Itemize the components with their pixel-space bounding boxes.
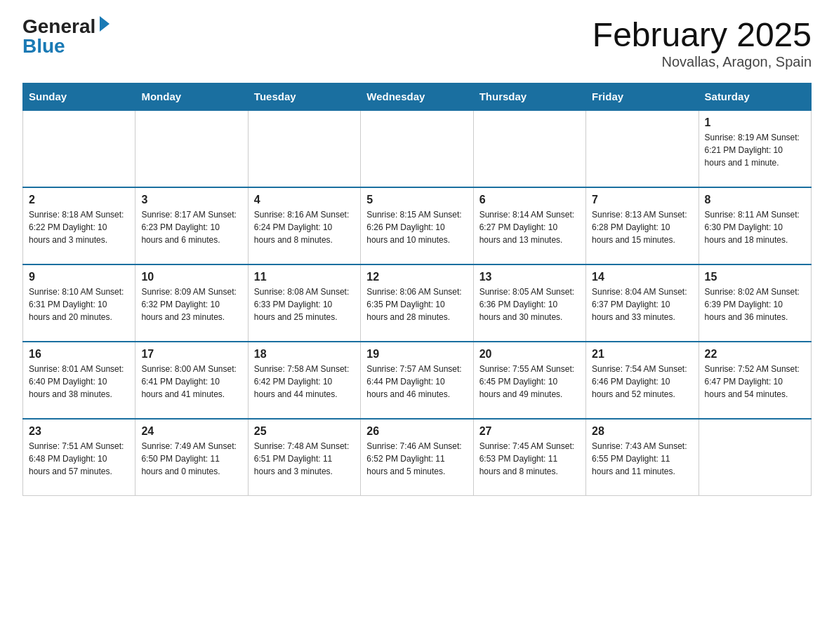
calendar-week-row: 16Sunrise: 8:01 AM Sunset: 6:40 PM Dayli… <box>23 342 812 419</box>
table-row: 27Sunrise: 7:45 AM Sunset: 6:53 PM Dayli… <box>473 419 585 496</box>
day-info: Sunrise: 7:43 AM Sunset: 6:55 PM Dayligh… <box>592 440 692 478</box>
header-tuesday: Tuesday <box>248 83 360 110</box>
day-number: 28 <box>592 425 692 438</box>
table-row: 18Sunrise: 7:58 AM Sunset: 6:42 PM Dayli… <box>248 342 360 419</box>
day-info: Sunrise: 7:49 AM Sunset: 6:50 PM Dayligh… <box>141 440 241 478</box>
day-number: 13 <box>479 271 580 283</box>
day-info: Sunrise: 8:09 AM Sunset: 6:32 PM Dayligh… <box>141 286 241 323</box>
table-row: 14Sunrise: 8:04 AM Sunset: 6:37 PM Dayli… <box>586 264 699 342</box>
calendar-week-row: 1Sunrise: 8:19 AM Sunset: 6:21 PM Daylig… <box>23 110 812 187</box>
day-number: 19 <box>366 348 467 361</box>
day-info: Sunrise: 7:58 AM Sunset: 6:42 PM Dayligh… <box>254 363 355 401</box>
day-number: 15 <box>705 271 805 283</box>
calendar-week-row: 2Sunrise: 8:18 AM Sunset: 6:22 PM Daylig… <box>23 187 812 264</box>
day-number: 3 <box>141 194 241 206</box>
day-number: 26 <box>366 425 467 438</box>
table-row <box>361 110 473 187</box>
table-row: 2Sunrise: 8:18 AM Sunset: 6:22 PM Daylig… <box>23 187 135 264</box>
day-info: Sunrise: 8:04 AM Sunset: 6:37 PM Dayligh… <box>592 286 692 323</box>
day-info: Sunrise: 8:01 AM Sunset: 6:40 PM Dayligh… <box>29 363 129 401</box>
day-info: Sunrise: 7:46 AM Sunset: 6:52 PM Dayligh… <box>366 440 467 478</box>
day-number: 22 <box>705 348 805 361</box>
table-row: 24Sunrise: 7:49 AM Sunset: 6:50 PM Dayli… <box>135 419 248 496</box>
day-info: Sunrise: 7:54 AM Sunset: 6:46 PM Dayligh… <box>592 363 692 401</box>
table-row: 12Sunrise: 8:06 AM Sunset: 6:35 PM Dayli… <box>361 264 473 342</box>
table-row: 6Sunrise: 8:14 AM Sunset: 6:27 PM Daylig… <box>473 187 585 264</box>
day-info: Sunrise: 8:13 AM Sunset: 6:28 PM Dayligh… <box>592 208 692 246</box>
day-number: 27 <box>479 425 580 438</box>
day-info: Sunrise: 8:15 AM Sunset: 6:26 PM Dayligh… <box>366 208 467 246</box>
page-header: General Blue February 2025 Novallas, Ara… <box>22 17 812 70</box>
day-info: Sunrise: 7:52 AM Sunset: 6:47 PM Dayligh… <box>705 363 805 401</box>
day-number: 9 <box>29 271 129 283</box>
table-row: 5Sunrise: 8:15 AM Sunset: 6:26 PM Daylig… <box>361 187 473 264</box>
table-row: 8Sunrise: 8:11 AM Sunset: 6:30 PM Daylig… <box>699 187 811 264</box>
table-row: 19Sunrise: 7:57 AM Sunset: 6:44 PM Dayli… <box>361 342 473 419</box>
header-saturday: Saturday <box>699 83 811 110</box>
day-number: 8 <box>705 194 805 206</box>
day-number: 23 <box>29 425 129 438</box>
calendar-location: Novallas, Aragon, Spain <box>593 54 812 70</box>
table-row: 13Sunrise: 8:05 AM Sunset: 6:36 PM Dayli… <box>473 264 585 342</box>
day-info: Sunrise: 8:06 AM Sunset: 6:35 PM Dayligh… <box>366 286 467 323</box>
table-row: 17Sunrise: 8:00 AM Sunset: 6:41 PM Dayli… <box>135 342 248 419</box>
table-row <box>135 110 248 187</box>
table-row <box>473 110 585 187</box>
day-number: 7 <box>592 194 692 206</box>
table-row: 3Sunrise: 8:17 AM Sunset: 6:23 PM Daylig… <box>135 187 248 264</box>
table-row: 23Sunrise: 7:51 AM Sunset: 6:48 PM Dayli… <box>23 419 135 496</box>
table-row: 22Sunrise: 7:52 AM Sunset: 6:47 PM Dayli… <box>699 342 811 419</box>
table-row <box>23 110 135 187</box>
day-number: 16 <box>29 348 129 361</box>
table-row: 1Sunrise: 8:19 AM Sunset: 6:21 PM Daylig… <box>699 110 811 187</box>
day-info: Sunrise: 8:00 AM Sunset: 6:41 PM Dayligh… <box>141 363 241 401</box>
table-row: 11Sunrise: 8:08 AM Sunset: 6:33 PM Dayli… <box>248 264 360 342</box>
day-number: 1 <box>705 116 805 129</box>
day-info: Sunrise: 8:18 AM Sunset: 6:22 PM Dayligh… <box>29 208 129 246</box>
calendar-table: Sunday Monday Tuesday Wednesday Thursday… <box>22 83 812 497</box>
day-number: 6 <box>479 194 580 206</box>
table-row: 4Sunrise: 8:16 AM Sunset: 6:24 PM Daylig… <box>248 187 360 264</box>
day-info: Sunrise: 8:05 AM Sunset: 6:36 PM Dayligh… <box>479 286 580 323</box>
table-row: 21Sunrise: 7:54 AM Sunset: 6:46 PM Dayli… <box>586 342 699 419</box>
day-info: Sunrise: 8:08 AM Sunset: 6:33 PM Dayligh… <box>254 286 355 323</box>
table-row: 28Sunrise: 7:43 AM Sunset: 6:55 PM Dayli… <box>586 419 699 496</box>
logo: General Blue <box>22 17 112 56</box>
header-thursday: Thursday <box>473 83 585 110</box>
day-info: Sunrise: 8:02 AM Sunset: 6:39 PM Dayligh… <box>705 286 805 323</box>
logo-blue: Blue <box>22 36 65 56</box>
day-number: 21 <box>592 348 692 361</box>
table-row: 15Sunrise: 8:02 AM Sunset: 6:39 PM Dayli… <box>699 264 811 342</box>
day-number: 12 <box>366 271 467 283</box>
table-row: 9Sunrise: 8:10 AM Sunset: 6:31 PM Daylig… <box>23 264 135 342</box>
day-info: Sunrise: 7:55 AM Sunset: 6:45 PM Dayligh… <box>479 363 580 401</box>
day-info: Sunrise: 8:10 AM Sunset: 6:31 PM Dayligh… <box>29 286 129 323</box>
day-info: Sunrise: 7:57 AM Sunset: 6:44 PM Dayligh… <box>366 363 467 401</box>
day-info: Sunrise: 8:17 AM Sunset: 6:23 PM Dayligh… <box>141 208 241 246</box>
logo-general: General <box>22 17 95 36</box>
day-info: Sunrise: 7:48 AM Sunset: 6:51 PM Dayligh… <box>254 440 355 478</box>
day-number: 4 <box>254 194 355 206</box>
day-info: Sunrise: 8:16 AM Sunset: 6:24 PM Dayligh… <box>254 208 355 246</box>
logo-arrow-icon <box>100 16 110 32</box>
table-row: 25Sunrise: 7:48 AM Sunset: 6:51 PM Dayli… <box>248 419 360 496</box>
table-row: 16Sunrise: 8:01 AM Sunset: 6:40 PM Dayli… <box>23 342 135 419</box>
day-number: 2 <box>29 194 129 206</box>
table-row: 20Sunrise: 7:55 AM Sunset: 6:45 PM Dayli… <box>473 342 585 419</box>
day-number: 25 <box>254 425 355 438</box>
day-number: 11 <box>254 271 355 283</box>
day-number: 14 <box>592 271 692 283</box>
calendar-week-row: 23Sunrise: 7:51 AM Sunset: 6:48 PM Dayli… <box>23 419 812 496</box>
header-friday: Friday <box>586 83 699 110</box>
calendar-week-row: 9Sunrise: 8:10 AM Sunset: 6:31 PM Daylig… <box>23 264 812 342</box>
title-block: February 2025 Novallas, Aragon, Spain <box>593 17 812 70</box>
day-number: 18 <box>254 348 355 361</box>
header-sunday: Sunday <box>23 83 135 110</box>
day-info: Sunrise: 8:19 AM Sunset: 6:21 PM Dayligh… <box>705 131 805 169</box>
day-info: Sunrise: 7:45 AM Sunset: 6:53 PM Dayligh… <box>479 440 580 478</box>
day-number: 20 <box>479 348 580 361</box>
day-info: Sunrise: 7:51 AM Sunset: 6:48 PM Dayligh… <box>29 440 129 478</box>
day-number: 24 <box>141 425 241 438</box>
header-wednesday: Wednesday <box>361 83 473 110</box>
table-row: 26Sunrise: 7:46 AM Sunset: 6:52 PM Dayli… <box>361 419 473 496</box>
